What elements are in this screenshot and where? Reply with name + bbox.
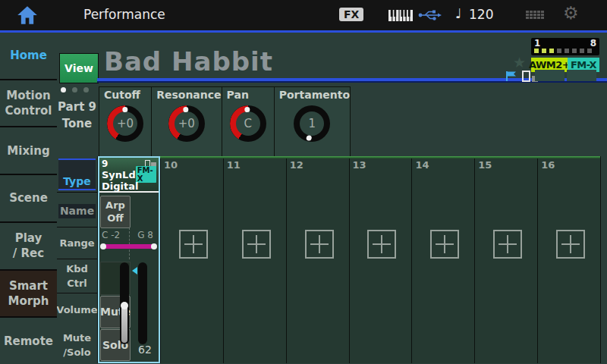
add-part-button[interactable] <box>367 230 396 259</box>
pan-knob[interactable]: C <box>230 105 266 142</box>
knob-label: Portamento <box>275 87 350 101</box>
knob-cell-resonance: Resonance +0 <box>151 87 221 156</box>
type-label: Type <box>58 174 96 189</box>
usb-icon <box>418 9 442 21</box>
knob-cell-portamento: Portamento 1 <box>274 87 350 156</box>
main-area: View Bad Habbit Part 9 Tone 1 8 ★ AWM2+ … <box>57 33 607 364</box>
volume-slider-knob[interactable] <box>121 302 128 309</box>
view-button[interactable]: View <box>59 53 99 83</box>
top-bar: Performance FX ♩ 120 <box>0 0 607 33</box>
part-slot-10[interactable]: 10 <box>160 156 223 363</box>
type-name-toggle[interactable]: Type Name <box>58 158 96 190</box>
range-split-divider <box>129 228 130 259</box>
part-tone-label: Part 9 Tone <box>57 99 97 133</box>
grid-row-labels: Type Name Range Kbd Ctrl Volume Mute /So… <box>57 156 97 363</box>
part-slot-13[interactable]: 13 <box>349 156 412 363</box>
resonance-knob[interactable]: +0 <box>168 105 205 142</box>
page-indicator <box>61 87 89 93</box>
part-slot-16[interactable]: 16 <box>537 156 600 363</box>
favorite-star-icon[interactable]: ★ <box>513 54 526 71</box>
knob-dot <box>122 106 127 111</box>
note-range-bar[interactable] <box>102 244 156 249</box>
volume-value: 62 <box>131 344 159 356</box>
part-slot-12[interactable]: 12 <box>286 156 349 363</box>
sidebar-item-remote[interactable]: Remote <box>0 318 57 364</box>
part-number: 16 <box>541 159 555 171</box>
add-part-button[interactable] <box>556 230 585 259</box>
volume-row-label: Volume <box>57 293 97 327</box>
part-slot-14[interactable]: 14 <box>411 156 474 363</box>
knob-dot <box>184 106 189 111</box>
placeholder-tile <box>567 70 596 81</box>
part-number: 10 <box>164 159 178 171</box>
range-handle-high[interactable] <box>151 243 157 249</box>
page-dot-active <box>61 87 66 93</box>
part-slot-11[interactable]: 11 <box>223 156 286 363</box>
part-number: 9 <box>102 158 108 169</box>
meter-cells <box>534 49 592 53</box>
meter-first-label: 1 <box>534 38 540 49</box>
arp-on-off-button[interactable]: Arp Off <box>100 196 131 228</box>
page-dot <box>72 87 77 93</box>
modx-performance-screen: Performance FX ♩ 120 <box>0 0 607 364</box>
knob-label: Resonance <box>152 87 221 101</box>
knob-dot <box>244 106 250 111</box>
part-name-line1: SynLd <box>102 169 136 180</box>
sidebar-item-home[interactable]: Home <box>0 33 57 80</box>
range-low-note[interactable]: C -2 <box>102 230 120 240</box>
screen-title: Performance <box>83 7 165 22</box>
add-part-button[interactable] <box>430 230 459 259</box>
sidebar-item-scene[interactable]: Scene <box>0 175 57 223</box>
page-dot <box>83 87 89 93</box>
kbd-ctrl-row-label: Kbd Ctrl <box>57 259 97 293</box>
add-part-button[interactable] <box>179 230 208 259</box>
cutoff-knob[interactable]: +0 <box>107 105 143 142</box>
mute-solo-row-label: Mute /Solo <box>57 327 97 363</box>
knob-cell-cutoff: Cutoff +0 <box>99 87 151 156</box>
knob-label: Pan <box>222 87 274 101</box>
knob-cell-pan: Pan C <box>222 87 274 156</box>
part-number: 14 <box>415 159 429 171</box>
part-slot-9-selected[interactable]: 9 SynLd FM-X Digital Arp Off C -2 G 8 <box>98 156 160 363</box>
range-high-note[interactable]: G 8 <box>137 230 153 240</box>
part-number: 11 <box>227 159 241 171</box>
performance-name[interactable]: Bad Habbit <box>104 46 273 77</box>
range-handle-low[interactable] <box>100 243 106 249</box>
knob-value: +0 <box>113 111 137 136</box>
part-slot-15[interactable]: 15 <box>474 156 537 363</box>
type-name-row: Type Name <box>57 156 97 193</box>
part-number: 15 <box>478 159 492 171</box>
part-9-header[interactable]: 9 SynLd FM-X Digital <box>98 156 160 193</box>
part-number: 13 <box>353 159 366 171</box>
sidebar-item-motion-control[interactable]: Motion Control <box>0 80 57 128</box>
quick-setup-grid-icon[interactable] <box>526 11 544 19</box>
utility-gear-icon[interactable]: ⚙ <box>563 3 579 23</box>
volume-slider[interactable] <box>120 262 129 344</box>
part-number: 12 <box>290 159 304 171</box>
sidebar-item-play-rec[interactable]: Play / Rec <box>0 223 57 271</box>
flag-icon <box>505 71 517 82</box>
keyboard-icon[interactable] <box>388 9 414 22</box>
fx-button[interactable]: FX <box>339 8 363 21</box>
add-part-button[interactable] <box>242 230 271 259</box>
part-indicator-meter: 1 8 <box>531 38 599 55</box>
sidebar-item-smart-morph[interactable]: Smart Morph <box>0 271 57 318</box>
sidebar-item-mixing[interactable]: Mixing <box>0 127 57 175</box>
output-level-meter <box>138 262 147 344</box>
name-label: Name <box>58 204 96 218</box>
meter-last-label: 8 <box>590 38 596 49</box>
quarter-note-icon: ♩ <box>455 5 462 21</box>
add-part-button[interactable] <box>305 230 334 259</box>
placeholder-tile <box>535 70 565 81</box>
tempo-value[interactable]: 120 <box>469 7 493 22</box>
hollow-rect-icon <box>522 71 530 82</box>
sidebar-nav: Home Motion Control Mixing Scene Play / … <box>0 33 57 364</box>
assignable-knob-panel: Cutoff +0 Resonance +0 Pan <box>99 86 351 157</box>
portamento-knob[interactable]: 1 <box>294 105 330 142</box>
knob-value: +0 <box>175 111 199 136</box>
level-cursor-icon <box>132 267 137 275</box>
knob-value: C <box>236 111 260 136</box>
add-part-button[interactable] <box>493 230 522 259</box>
home-icon[interactable] <box>17 5 38 25</box>
knob-label: Cutoff <box>99 87 151 101</box>
